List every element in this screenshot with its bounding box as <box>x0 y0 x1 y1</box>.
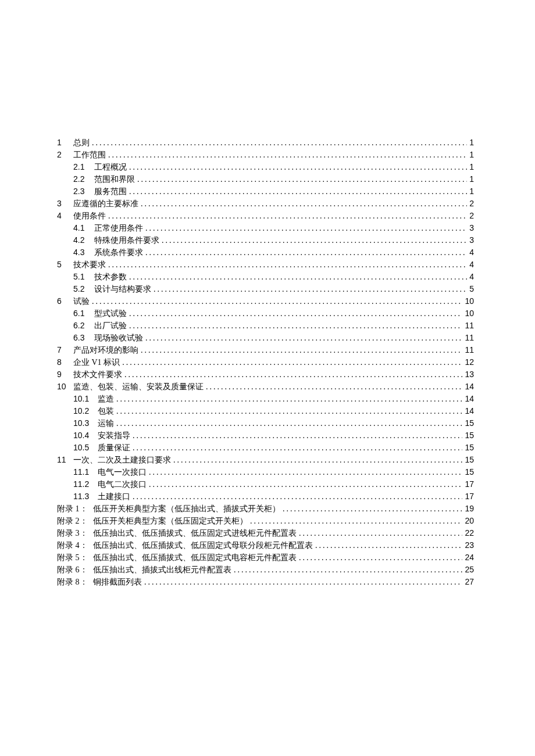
toc-page-number: 15 <box>462 442 474 454</box>
toc-title: 运输 <box>98 417 116 429</box>
toc-number: 1 <box>57 137 73 149</box>
toc-appendix-number: 附录 2： <box>57 515 93 527</box>
toc-title: 工程概况 <box>94 161 129 173</box>
toc-title: 技术参数 <box>94 271 129 283</box>
toc-title: 服务范围 <box>94 185 129 198</box>
toc-title: 型式试验 <box>94 307 129 320</box>
toc-page-number: 17 <box>462 478 474 490</box>
toc-title: 产品对环境的影响 <box>73 344 141 356</box>
toc-page-number: 10 <box>462 295 474 307</box>
toc-sub-number: 6.2 <box>73 320 94 332</box>
toc-page-number: 3 <box>467 234 474 246</box>
toc-entry: 2.1工程概况1 <box>57 161 474 173</box>
toc-title: 电气一次接口 <box>98 466 149 478</box>
toc-sub-number: 6.3 <box>73 332 94 344</box>
toc-entry: 4.1正常使用条件3 <box>57 222 474 234</box>
toc-sub-number: 11.1 <box>73 466 98 478</box>
toc-title: 应遵循的主要标准 <box>73 198 141 210</box>
toc-sub-number: 5.2 <box>73 283 94 295</box>
toc-leader <box>145 332 462 344</box>
toc-leader <box>141 198 467 210</box>
toc-page-number: 14 <box>462 393 474 405</box>
toc-appendix-number: 附录 5： <box>57 551 93 564</box>
toc-leader <box>315 539 462 551</box>
toc-title: 监造、包装、运输、安装及质量保证 <box>73 381 206 393</box>
toc-page-number: 14 <box>462 405 474 417</box>
toc-page-number: 23 <box>462 539 474 551</box>
toc-entry: 附录 1：低压开关柜典型方案（低压抽出式、插拔式开关柜）19 <box>57 503 474 515</box>
toc-entry: 9技术文件要求13 <box>57 368 474 381</box>
toc-entry: 10.5质量保证15 <box>57 442 474 454</box>
toc-leader <box>299 551 462 564</box>
toc-entry: 11一次、二次及土建接口要求15 <box>57 454 474 466</box>
toc-leader <box>129 307 462 320</box>
toc-page-number: 20 <box>462 515 474 527</box>
toc-title: 特殊使用条件要求 <box>94 234 162 246</box>
toc-entry: 8企业 V1 标识12 <box>57 356 474 368</box>
toc-entry: 4.2特殊使用条件要求3 <box>57 234 474 246</box>
toc-page-number: 24 <box>462 551 474 564</box>
toc-sub-number: 4.2 <box>73 234 94 246</box>
toc-number: 8 <box>57 356 73 368</box>
toc-entry: 附录 3：低压抽出式、低压插拔式、低压固定式进线柜元件配置表22 <box>57 527 474 539</box>
toc-title: 系统条件要求 <box>94 246 145 259</box>
toc-page-number: 4 <box>467 259 474 271</box>
toc-entry: 6.3现场验收试验11 <box>57 332 474 344</box>
toc-sub-number: 11.3 <box>73 490 98 503</box>
toc-leader <box>141 344 462 356</box>
toc-entry: 11.3土建接口17 <box>57 490 474 503</box>
toc-appendix-number: 附录 1： <box>57 503 93 515</box>
toc-sub-number: 11.2 <box>73 478 98 490</box>
toc-sub-number: 10.5 <box>73 442 98 454</box>
toc-number: 7 <box>57 344 73 356</box>
toc-number: 10 <box>57 381 73 393</box>
toc-sub-number: 10.2 <box>73 405 98 417</box>
toc-leader <box>116 405 462 417</box>
toc-title: 技术文件要求 <box>73 368 124 381</box>
toc-page-number: 2 <box>467 198 474 210</box>
toc-title: 铜排截面列表 <box>93 576 144 588</box>
toc-title: 电气二次接口 <box>98 478 149 490</box>
toc-title: 低压抽出式、插拔式出线柜元件配置表 <box>93 564 234 576</box>
toc-page-number: 15 <box>462 429 474 442</box>
toc-leader <box>108 210 467 222</box>
toc-title: 企业 V1 标识 <box>73 356 122 368</box>
toc-title: 现场验收试验 <box>94 332 145 344</box>
toc-leader <box>108 149 467 161</box>
toc-leader <box>133 442 462 454</box>
toc-title: 正常使用条件 <box>94 222 145 234</box>
toc-entry: 6.1型式试验10 <box>57 307 474 320</box>
toc-entry: 附录 5：低压抽出式、低压插拔式、低压固定式电容柜元件配置表24 <box>57 551 474 564</box>
toc-number: 3 <box>57 198 73 210</box>
toc-appendix-number: 附录 8： <box>57 576 93 588</box>
toc-number: 5 <box>57 259 73 271</box>
toc-entry: 5.1技术参数4 <box>57 271 474 283</box>
toc-page-number: 5 <box>467 283 474 295</box>
toc-entry: 附录 8：铜排截面列表27 <box>57 576 474 588</box>
toc-sub-number: 10.4 <box>73 429 98 442</box>
toc-leader <box>234 564 462 576</box>
toc-leader <box>116 417 462 429</box>
toc-appendix-number: 附录 4： <box>57 539 93 551</box>
toc-leader <box>154 283 467 295</box>
toc-sub-number: 2.2 <box>73 173 94 185</box>
toc-page-number: 25 <box>462 564 474 576</box>
toc-leader <box>283 503 462 515</box>
toc-title: 技术要求 <box>73 259 108 271</box>
toc-entry: 4.3系统条件要求4 <box>57 246 474 259</box>
toc-entry: 4使用条件2 <box>57 210 474 222</box>
toc-page-number: 13 <box>462 368 474 381</box>
toc-title: 使用条件 <box>73 210 108 222</box>
toc-entry: 2.3服务范围1 <box>57 185 474 198</box>
toc-leader <box>144 576 462 588</box>
toc-entry: 7产品对环境的影响11 <box>57 344 474 356</box>
toc-entry: 1总则1 <box>57 137 474 149</box>
toc-leader <box>162 234 467 246</box>
toc-entry: 10.1监造14 <box>57 393 474 405</box>
toc-title: 一次、二次及土建接口要求 <box>73 454 173 466</box>
toc-entry: 3应遵循的主要标准2 <box>57 198 474 210</box>
toc-page: 1总则12工作范围12.1工程概况12.2范围和界限12.3服务范围13应遵循的… <box>0 0 535 588</box>
toc-leader <box>137 173 467 185</box>
toc-title: 低压抽出式、低压插拔式、低压固定式进线柜元件配置表 <box>93 527 299 539</box>
toc-leader <box>299 527 462 539</box>
